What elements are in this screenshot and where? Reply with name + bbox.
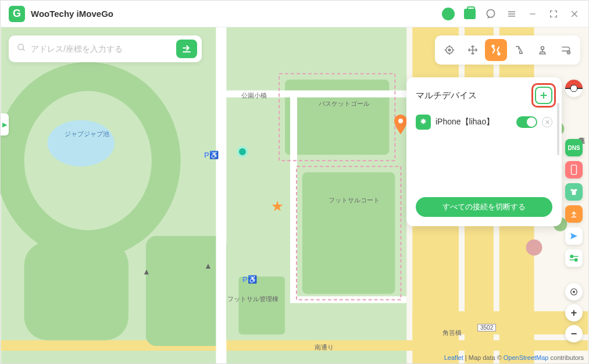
svg-rect-43 [572, 165, 577, 174]
side-dock: DNS [565, 80, 583, 267]
device-name-label: iPhone【lihao】 [435, 117, 512, 127]
recenter-button[interactable] [565, 283, 583, 301]
svg-point-37 [492, 45, 494, 47]
disconnect-all-button[interactable]: すべての接続を切断する [416, 197, 552, 217]
leaflet-link[interactable]: Leaflet [444, 354, 463, 361]
upload-icon[interactable] [565, 205, 583, 223]
svg-rect-12 [412, 311, 588, 334]
svg-point-16 [47, 120, 115, 166]
device-panel: マルチデバイス iPhone【lihao】 ✕ すべての接続を切断する [406, 77, 562, 226]
search-go-button[interactable] [176, 40, 197, 58]
svg-point-44 [570, 255, 573, 258]
chat-icon[interactable] [485, 8, 497, 20]
mode-route-button[interactable] [485, 39, 507, 61]
main-area: ジャブジャブ池 公園小橋 バスケットゴール フットサルコート フットサル管理棟 … [1, 27, 588, 363]
phone-tool-icon[interactable] [565, 161, 583, 179]
menu-icon[interactable] [506, 8, 517, 20]
device-remove-button[interactable]: ✕ [542, 117, 552, 127]
svg-rect-18 [146, 236, 227, 346]
device-row: iPhone【lihao】 ✕ [416, 112, 552, 132]
zoom-controls: + − [565, 283, 583, 342]
svg-rect-21 [238, 277, 285, 335]
app-logo: G [9, 6, 25, 22]
minimize-icon[interactable] [527, 8, 538, 20]
account-avatar-icon[interactable] [442, 8, 455, 20]
mode-locate-button[interactable] [438, 39, 461, 61]
svg-rect-20 [302, 172, 395, 294]
zoom-out-button[interactable]: − [565, 325, 583, 342]
svg-point-39 [541, 47, 544, 49]
current-location-dot-icon[interactable] [237, 146, 248, 158]
map-attribution: Leaflet | Map data © OpenStreetMap contr… [444, 354, 584, 361]
parking-icon: P♿ [204, 151, 219, 159]
device-list-scrollbar[interactable] [557, 103, 559, 155]
svg-point-28 [398, 119, 403, 123]
maximize-icon[interactable] [548, 8, 559, 20]
svg-point-29 [18, 44, 23, 49]
mode-move-button[interactable] [462, 39, 484, 61]
dns-button[interactable]: DNS [565, 139, 583, 156]
parking-icon: P♿ [242, 275, 257, 284]
add-device-button[interactable] [535, 87, 552, 104]
search-icon [17, 43, 26, 55]
mode-multistop-button[interactable] [508, 39, 530, 61]
mode-history-button[interactable] [555, 39, 577, 61]
svg-point-49 [573, 291, 575, 293]
svg-line-30 [23, 49, 24, 51]
osm-link[interactable]: OpenStreetMap [504, 354, 549, 361]
send-icon[interactable] [565, 227, 583, 245]
device-panel-title: マルチデバイス [416, 90, 477, 101]
mode-toolbar [435, 35, 580, 65]
svg-point-32 [448, 49, 450, 51]
device-type-icon [416, 115, 431, 130]
svg-rect-13 [1, 340, 588, 351]
app-title: WooTechy iMoveGo [31, 9, 113, 19]
location-pin-icon[interactable] [394, 115, 408, 134]
expand-sidebar-tab[interactable]: ▶ [1, 113, 9, 135]
zoom-in-button[interactable]: + [565, 304, 583, 322]
shirt-icon[interactable] [565, 183, 583, 201]
search-input[interactable] [31, 44, 172, 53]
settings-toggle-icon[interactable] [565, 249, 583, 267]
svg-point-26 [526, 240, 542, 256]
toolbox-icon[interactable] [464, 9, 476, 19]
road-number-badge: 3502 [477, 324, 496, 331]
pokeball-icon[interactable] [565, 80, 583, 97]
close-icon[interactable] [569, 8, 580, 20]
device-toggle[interactable] [516, 116, 537, 128]
svg-point-38 [498, 53, 499, 55]
mode-joystick-button[interactable] [531, 39, 554, 61]
svg-point-46 [575, 259, 578, 262]
search-bar [9, 35, 202, 62]
titlebar: G WooTechy iMoveGo [1, 1, 588, 27]
svg-rect-17 [24, 242, 128, 340]
